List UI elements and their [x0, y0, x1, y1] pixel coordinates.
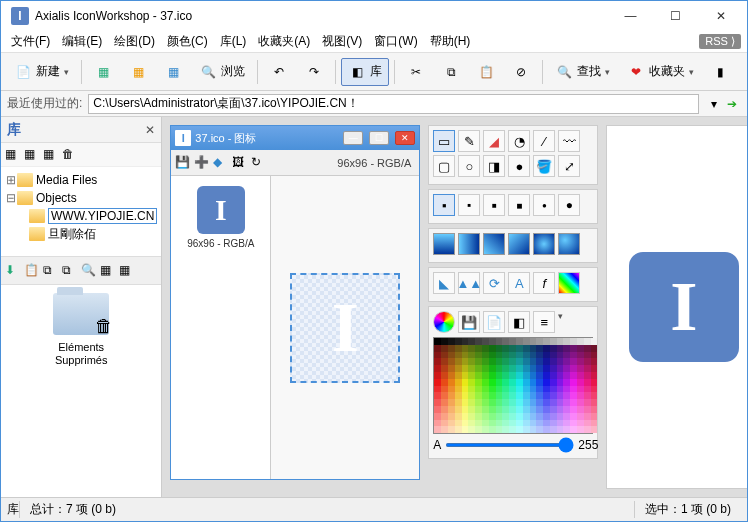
trash-icon[interactable]: 🗑: [62, 147, 78, 163]
italic-tool[interactable]: f: [533, 272, 555, 294]
menu-library[interactable]: 库(L): [216, 32, 251, 51]
rect-tool[interactable]: ▢: [433, 155, 455, 177]
flip-tool[interactable]: ◣: [433, 272, 455, 294]
doc-tb-3[interactable]: ◆: [213, 155, 229, 171]
rect3d-tool[interactable]: ◨: [483, 155, 505, 177]
menu-view[interactable]: 视图(V): [318, 32, 366, 51]
lib-btn-3[interactable]: ▦: [43, 147, 59, 163]
lib-tb-6[interactable]: ▦: [100, 263, 116, 279]
grad-2[interactable]: [458, 233, 480, 255]
dropdown-button[interactable]: ▾: [705, 95, 723, 113]
select-tool[interactable]: ▭: [433, 130, 455, 152]
doc-tb-add[interactable]: ➕: [194, 155, 210, 171]
delete-button[interactable]: ⊘: [505, 58, 537, 86]
eraser-tool[interactable]: ◢: [483, 130, 505, 152]
color-palette[interactable]: [433, 337, 593, 434]
grad-1[interactable]: [433, 233, 455, 255]
picker-tool[interactable]: ⤢: [558, 155, 580, 177]
lib-tb-4[interactable]: ⧉: [62, 263, 78, 279]
grid1-button[interactable]: ▦: [87, 58, 119, 86]
lib-btn-2[interactable]: ▦: [24, 147, 40, 163]
minimize-button[interactable]: —: [608, 1, 653, 31]
paste-button[interactable]: 📋: [470, 58, 502, 86]
lib-btn-1[interactable]: ▦: [5, 147, 21, 163]
lib-tb-3[interactable]: ⧉: [43, 263, 59, 279]
new-button[interactable]: 📄 新建 ▾: [7, 58, 76, 86]
text-tool[interactable]: A: [508, 272, 530, 294]
library-tree[interactable]: ⊞ Media Files ⊟ Objects WWW.YIPOJIE.CN 旦…: [1, 167, 161, 257]
menu-favorites[interactable]: 收藏夹(A): [254, 32, 314, 51]
menu-draw[interactable]: 绘图(D): [110, 32, 159, 51]
favorites-button[interactable]: ❤ 收藏夹 ▾: [620, 58, 701, 86]
doc-tb-5[interactable]: ↻: [251, 155, 267, 171]
line-tool[interactable]: ∕: [533, 130, 555, 152]
ellipse-tool[interactable]: ○: [458, 155, 480, 177]
doc-minimize[interactable]: —: [343, 131, 363, 145]
library-view[interactable]: Eléments Supprimés: [1, 285, 161, 497]
menu-window[interactable]: 窗口(W): [370, 32, 421, 51]
grad-3[interactable]: [483, 233, 505, 255]
size-3[interactable]: ■: [483, 194, 505, 216]
browse-button[interactable]: 🔍 浏览: [192, 58, 252, 86]
pal-save[interactable]: 💾: [458, 311, 480, 333]
size-4[interactable]: ■: [508, 194, 530, 216]
rotate-tool[interactable]: ⟳: [483, 272, 505, 294]
lib-tb-2[interactable]: 📋: [24, 263, 40, 279]
tree-item-selected[interactable]: WWW.YIPOJIE.CN: [5, 207, 157, 225]
cut-button[interactable]: ✂: [400, 58, 432, 86]
grad-5[interactable]: [533, 233, 555, 255]
grid2-button[interactable]: ▦: [122, 58, 154, 86]
grad-4[interactable]: [508, 233, 530, 255]
edit-area[interactable]: I: [271, 176, 419, 479]
menu-edit[interactable]: 编辑(E): [58, 32, 106, 51]
close-button[interactable]: ✕: [698, 1, 743, 31]
pal-picker[interactable]: [433, 311, 455, 333]
lib-tb-5[interactable]: 🔍: [81, 263, 97, 279]
path-input[interactable]: [88, 94, 699, 114]
doc-tb-save[interactable]: 💾: [175, 155, 191, 171]
mirror-tool[interactable]: ▲▲: [458, 272, 480, 294]
color-tool[interactable]: [558, 272, 580, 294]
tree-item-objects[interactable]: ⊟ Objects: [5, 189, 157, 207]
pal-mode[interactable]: ◧: [508, 311, 530, 333]
collapse-icon[interactable]: ⊟: [5, 191, 17, 205]
maximize-button[interactable]: ☐: [653, 1, 698, 31]
sphere-tool[interactable]: ●: [508, 155, 530, 177]
go-button[interactable]: ➔: [723, 95, 741, 113]
alpha-slider[interactable]: [445, 443, 574, 447]
lib-tb-1[interactable]: ⬇: [5, 263, 21, 279]
search-button[interactable]: 🔍 查找 ▾: [548, 58, 617, 86]
doc-close[interactable]: ✕: [395, 131, 415, 145]
pencil-tool[interactable]: ✎: [458, 130, 480, 152]
curve-tool[interactable]: 〰: [558, 130, 580, 152]
lib-tb-7[interactable]: ▦: [119, 263, 135, 279]
thumbnail-list[interactable]: I 96x96 - RGB/A: [171, 176, 271, 479]
expand-icon[interactable]: ⊞: [5, 173, 17, 187]
size-2[interactable]: ■: [458, 194, 480, 216]
grid3-button[interactable]: ▦: [157, 58, 189, 86]
redo-button[interactable]: ↷: [298, 58, 330, 86]
doc-tb-4[interactable]: 🖼: [232, 155, 248, 171]
library-button[interactable]: ◧ 库: [341, 58, 389, 86]
rss-badge[interactable]: RSS ⟩: [699, 34, 741, 49]
thumbnail[interactable]: I: [197, 186, 245, 234]
doc-maximize[interactable]: ☐: [369, 131, 389, 145]
tree-item-garbage[interactable]: 旦剛除佰: [5, 225, 157, 243]
menu-color[interactable]: 颜色(C): [163, 32, 212, 51]
brush-tool[interactable]: ◔: [508, 130, 530, 152]
chevron-down-icon[interactable]: ▾: [558, 311, 563, 333]
tree-item-media[interactable]: ⊞ Media Files: [5, 171, 157, 189]
menu-file[interactable]: 文件(F): [7, 32, 54, 51]
pal-new[interactable]: 📄: [483, 311, 505, 333]
copy-button[interactable]: ⧉: [435, 58, 467, 86]
undo-button[interactable]: ↶: [263, 58, 295, 86]
document-titlebar[interactable]: I 37.ico - 图标 — ☐ ✕: [171, 126, 419, 150]
size-1[interactable]: ▪: [433, 194, 455, 216]
size-6[interactable]: ●: [558, 194, 580, 216]
edit-canvas[interactable]: I: [290, 273, 400, 383]
more-button[interactable]: ▮: [704, 58, 736, 86]
menu-help[interactable]: 帮助(H): [426, 32, 475, 51]
size-5[interactable]: ●: [533, 194, 555, 216]
pal-list[interactable]: ≡: [533, 311, 555, 333]
grad-6[interactable]: [558, 233, 580, 255]
